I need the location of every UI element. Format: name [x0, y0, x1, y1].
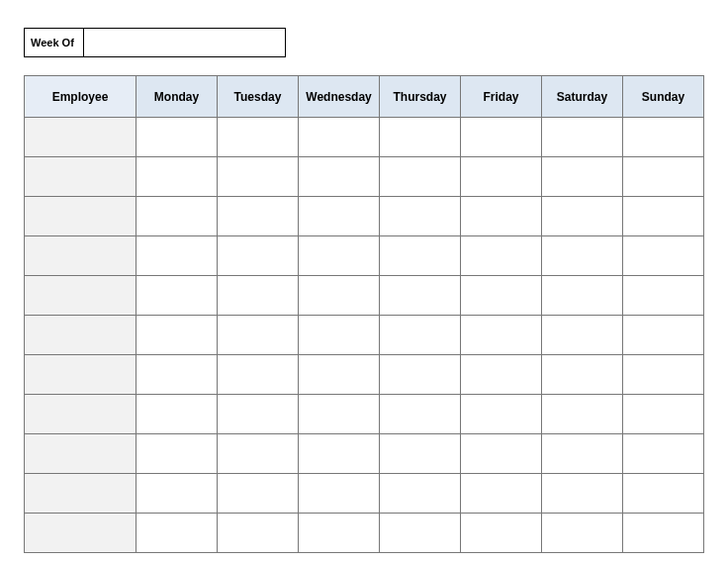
table-row [25, 118, 704, 157]
schedule-cell[interactable] [623, 236, 704, 276]
schedule-cell[interactable] [380, 157, 461, 197]
schedule-cell[interactable] [461, 514, 542, 553]
schedule-cell[interactable] [542, 197, 623, 236]
schedule-cell[interactable] [380, 474, 461, 514]
schedule-cell[interactable] [623, 514, 704, 553]
schedule-cell[interactable] [380, 434, 461, 474]
schedule-cell[interactable] [461, 395, 542, 434]
schedule-cell[interactable] [623, 118, 704, 157]
schedule-cell[interactable] [136, 434, 218, 474]
schedule-cell[interactable] [299, 474, 380, 514]
schedule-cell[interactable] [461, 316, 542, 355]
schedule-cell[interactable] [542, 316, 623, 355]
schedule-cell[interactable] [542, 355, 623, 395]
schedule-cell[interactable] [542, 276, 623, 316]
schedule-cell[interactable] [623, 434, 704, 474]
schedule-cell[interactable] [461, 355, 542, 395]
schedule-cell[interactable] [218, 434, 299, 474]
schedule-cell[interactable] [542, 514, 623, 553]
table-row [25, 474, 704, 514]
table-row [25, 236, 704, 276]
schedule-cell[interactable] [136, 395, 218, 434]
employee-cell[interactable] [25, 434, 136, 474]
schedule-cell[interactable] [623, 157, 704, 197]
schedule-cell[interactable] [299, 118, 380, 157]
employee-cell[interactable] [25, 474, 136, 514]
schedule-cell[interactable] [380, 316, 461, 355]
schedule-cell[interactable] [380, 514, 461, 553]
employee-cell[interactable] [25, 157, 136, 197]
schedule-cell[interactable] [136, 157, 218, 197]
week-of-label: Week Of [25, 29, 84, 56]
schedule-cell[interactable] [218, 157, 299, 197]
employee-cell[interactable] [25, 236, 136, 276]
week-of-value[interactable] [84, 29, 285, 56]
schedule-cell[interactable] [461, 276, 542, 316]
schedule-cell[interactable] [542, 236, 623, 276]
employee-cell[interactable] [25, 276, 136, 316]
schedule-cell[interactable] [218, 197, 299, 236]
schedule-cell[interactable] [299, 236, 380, 276]
schedule-cell[interactable] [218, 118, 299, 157]
schedule-cell[interactable] [218, 316, 299, 355]
schedule-cell[interactable] [542, 118, 623, 157]
schedule-cell[interactable] [380, 276, 461, 316]
day-header-wednesday: Wednesday [299, 76, 380, 118]
schedule-cell[interactable] [380, 395, 461, 434]
schedule-cell[interactable] [299, 276, 380, 316]
schedule-cell[interactable] [623, 474, 704, 514]
schedule-cell[interactable] [542, 157, 623, 197]
schedule-cell[interactable] [136, 514, 218, 553]
schedule-cell[interactable] [461, 197, 542, 236]
schedule-cell[interactable] [136, 316, 218, 355]
table-row [25, 316, 704, 355]
schedule-cell[interactable] [218, 474, 299, 514]
schedule-cell[interactable] [299, 157, 380, 197]
schedule-cell[interactable] [542, 434, 623, 474]
schedule-cell[interactable] [136, 276, 218, 316]
day-header-monday: Monday [136, 76, 218, 118]
schedule-cell[interactable] [218, 236, 299, 276]
employee-cell[interactable] [25, 355, 136, 395]
schedule-cell[interactable] [623, 316, 704, 355]
schedule-cell[interactable] [542, 474, 623, 514]
schedule-cell[interactable] [299, 197, 380, 236]
schedule-cell[interactable] [380, 355, 461, 395]
schedule-cell[interactable] [136, 197, 218, 236]
employee-cell[interactable] [25, 118, 136, 157]
schedule-cell[interactable] [623, 395, 704, 434]
schedule-cell[interactable] [542, 395, 623, 434]
schedule-cell[interactable] [380, 236, 461, 276]
schedule-cell[interactable] [299, 316, 380, 355]
schedule-cell[interactable] [136, 118, 218, 157]
schedule-cell[interactable] [218, 395, 299, 434]
schedule-cell[interactable] [136, 236, 218, 276]
schedule-cell[interactable] [136, 474, 218, 514]
schedule-cell[interactable] [461, 157, 542, 197]
schedule-cell[interactable] [299, 355, 380, 395]
schedule-cell[interactable] [299, 434, 380, 474]
schedule-cell[interactable] [461, 474, 542, 514]
schedule-cell[interactable] [461, 118, 542, 157]
table-row [25, 276, 704, 316]
schedule-cell[interactable] [623, 276, 704, 316]
schedule-cell[interactable] [380, 118, 461, 157]
schedule-cell[interactable] [218, 514, 299, 553]
schedule-cell[interactable] [218, 276, 299, 316]
schedule-cell[interactable] [623, 197, 704, 236]
schedule-cell[interactable] [136, 355, 218, 395]
schedule-cell[interactable] [461, 236, 542, 276]
table-row [25, 157, 704, 197]
schedule-table: Employee Monday Tuesday Wednesday Thursd… [24, 75, 704, 553]
schedule-cell[interactable] [299, 514, 380, 553]
schedule-cell[interactable] [218, 355, 299, 395]
schedule-cell[interactable] [299, 395, 380, 434]
employee-header: Employee [25, 76, 136, 118]
schedule-cell[interactable] [461, 434, 542, 474]
employee-cell[interactable] [25, 395, 136, 434]
employee-cell[interactable] [25, 514, 136, 553]
schedule-cell[interactable] [623, 355, 704, 395]
employee-cell[interactable] [25, 316, 136, 355]
schedule-cell[interactable] [380, 197, 461, 236]
employee-cell[interactable] [25, 197, 136, 236]
